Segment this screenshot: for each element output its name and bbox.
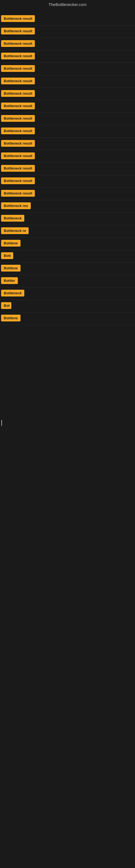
list-item: Bottleneck result bbox=[0, 13, 135, 26]
list-item: Bottleneck result bbox=[0, 63, 135, 75]
list-item: Bottleneck re bbox=[0, 225, 135, 238]
list-item: Bottleneck result bbox=[0, 51, 135, 63]
bottleneck-badge[interactable]: Bottleneck result bbox=[1, 140, 35, 147]
list-item: Bottleneck result bbox=[0, 26, 135, 38]
bottleneck-badge[interactable]: Bottler bbox=[1, 277, 18, 284]
empty-space-2 bbox=[0, 426, 135, 589]
list-item: Bottleneck result bbox=[0, 75, 135, 88]
bottleneck-list: Bottleneck result Bottleneck result Bott… bbox=[0, 10, 135, 589]
list-item: Bottleneck result bbox=[0, 138, 135, 150]
bottleneck-badge[interactable]: Bottleneck result bbox=[1, 15, 35, 22]
list-item: Bottleneck res bbox=[0, 200, 135, 213]
bottleneck-badge[interactable]: Bottleneck result bbox=[1, 40, 35, 47]
list-item: Bottleneck bbox=[0, 287, 135, 300]
site-title: TheBottlenecker.com bbox=[49, 2, 87, 7]
bottleneck-badge[interactable]: Bottleneck re bbox=[1, 227, 29, 234]
list-item: Bottleneck result bbox=[0, 38, 135, 51]
bottleneck-badge[interactable]: Bottlene bbox=[1, 240, 20, 247]
text-cursor bbox=[1, 420, 2, 426]
bottleneck-badge[interactable]: Bottleneck result bbox=[1, 165, 35, 172]
bottleneck-badge[interactable]: Bottleneck bbox=[1, 215, 24, 222]
bottleneck-badge[interactable]: Bott bbox=[1, 252, 13, 259]
bottleneck-badge[interactable]: Bottleneck result bbox=[1, 115, 35, 122]
bottleneck-badge[interactable]: Bottleneck result bbox=[1, 78, 35, 84]
list-item: Bottlene bbox=[0, 262, 135, 275]
bottleneck-badge[interactable]: Bottleneck result bbox=[1, 65, 35, 72]
list-item: Bottleneck result bbox=[0, 163, 135, 175]
bottleneck-badge[interactable]: Bottleneck result bbox=[1, 53, 35, 59]
list-item: Bottleneck result bbox=[0, 188, 135, 200]
list-item: Bottleneck result bbox=[0, 113, 135, 125]
list-item: Bottleneck result bbox=[0, 150, 135, 163]
bottleneck-badge[interactable]: Bottleneck result bbox=[1, 152, 35, 159]
bottleneck-badge[interactable]: Bottleneck result bbox=[1, 177, 35, 184]
bottleneck-badge[interactable]: Bottleneck bbox=[1, 290, 24, 297]
list-item: Bottlene bbox=[0, 312, 135, 325]
bottleneck-badge[interactable]: Bottleneck result bbox=[1, 28, 35, 34]
list-item: Bottleneck result bbox=[0, 88, 135, 100]
list-item: Bottler bbox=[0, 275, 135, 287]
page-wrapper: TheBottlenecker.com Bottleneck result Bo… bbox=[0, 0, 135, 868]
site-header: TheBottlenecker.com bbox=[0, 0, 135, 10]
bottleneck-badge[interactable]: Bottlene bbox=[1, 265, 20, 272]
bottleneck-badge[interactable]: Bottleneck res bbox=[1, 203, 31, 209]
bottleneck-badge[interactable]: Bottleneck result bbox=[1, 102, 35, 109]
bottleneck-badge[interactable]: Bottleneck result bbox=[1, 190, 35, 197]
list-item: Bot bbox=[0, 300, 135, 312]
bottleneck-badge[interactable]: Bot bbox=[1, 302, 11, 309]
empty-space-1 bbox=[0, 325, 135, 420]
bottleneck-badge[interactable]: Bottlene bbox=[1, 315, 20, 321]
bottleneck-badge[interactable]: Bottleneck result bbox=[1, 127, 35, 134]
list-item: Bottlene bbox=[0, 238, 135, 250]
bottleneck-badge[interactable]: Bottleneck result bbox=[1, 90, 35, 97]
list-item: Bott bbox=[0, 250, 135, 262]
list-item: Bottleneck result bbox=[0, 125, 135, 138]
list-item: Bottleneck result bbox=[0, 175, 135, 188]
list-item: Bottleneck bbox=[0, 213, 135, 225]
list-item: Bottleneck result bbox=[0, 100, 135, 113]
